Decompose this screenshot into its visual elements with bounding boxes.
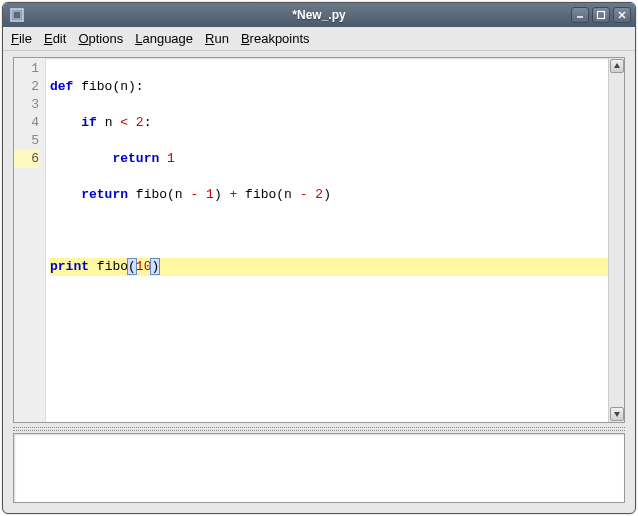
- window-controls: [571, 7, 631, 23]
- menu-language[interactable]: Language: [135, 31, 193, 46]
- keyword: return: [81, 187, 128, 202]
- line-number: 1: [14, 60, 39, 78]
- code-editor[interactable]: 1 2 3 4 5 6 def fibo(n): if n < 2: retur…: [13, 57, 625, 423]
- line-number: 5: [14, 132, 39, 150]
- window-title: *New_.py: [292, 8, 345, 22]
- identifier: fibo: [97, 259, 128, 274]
- operator: -: [300, 187, 308, 202]
- line-number: 3: [14, 96, 39, 114]
- code-line[interactable]: return fibo(n - 1) + fibo(n - 2): [50, 186, 608, 204]
- menu-edit[interactable]: Edit: [44, 31, 66, 46]
- menubar: File Edit Options Language Run Breakpoin…: [3, 27, 635, 51]
- maximize-button[interactable]: [592, 7, 610, 23]
- titlebar[interactable]: *New_.py: [3, 3, 635, 27]
- keyword: return: [112, 151, 159, 166]
- code-line[interactable]: def fibo(n):: [50, 78, 608, 96]
- svg-rect-1: [13, 11, 21, 19]
- code-line[interactable]: if n < 2:: [50, 114, 608, 132]
- line-number: 2: [14, 78, 39, 96]
- code-text: fibo(n):: [73, 79, 143, 94]
- number: 2: [315, 187, 323, 202]
- menu-file[interactable]: File: [11, 31, 32, 46]
- keyword: print: [50, 259, 89, 274]
- number: 1: [167, 151, 175, 166]
- content-area: 1 2 3 4 5 6 def fibo(n): if n < 2: retur…: [13, 57, 625, 511]
- scroll-up-button[interactable]: [610, 59, 624, 73]
- paren-match-icon: ): [150, 258, 160, 275]
- menu-breakpoints[interactable]: Breakpoints: [241, 31, 310, 46]
- app-icon: [9, 7, 25, 23]
- minimize-button[interactable]: [571, 7, 589, 23]
- editor-window: *New_.py File Edit Options Language Run …: [2, 2, 636, 514]
- code-line[interactable]: [50, 222, 608, 240]
- scroll-down-button[interactable]: [610, 407, 624, 421]
- output-panel[interactable]: [13, 433, 625, 503]
- line-number-current: 6: [14, 150, 39, 168]
- svg-marker-7: [614, 412, 620, 417]
- number: 2: [136, 115, 144, 130]
- code-line-current[interactable]: print fibo(10): [50, 258, 608, 276]
- svg-rect-3: [598, 12, 605, 19]
- close-button[interactable]: [613, 7, 631, 23]
- menu-run[interactable]: Run: [205, 31, 229, 46]
- operator: <: [120, 115, 128, 130]
- vertical-scrollbar[interactable]: [608, 58, 624, 422]
- code-area[interactable]: def fibo(n): if n < 2: return 1 return f…: [46, 58, 608, 422]
- keyword: def: [50, 79, 73, 94]
- number: 1: [206, 187, 214, 202]
- keyword: if: [81, 115, 97, 130]
- splitter-handle[interactable]: [13, 427, 625, 431]
- code-line[interactable]: return 1: [50, 150, 608, 168]
- line-number: 4: [14, 114, 39, 132]
- menu-options[interactable]: Options: [78, 31, 123, 46]
- line-gutter: 1 2 3 4 5 6: [14, 58, 46, 422]
- svg-marker-6: [614, 63, 620, 68]
